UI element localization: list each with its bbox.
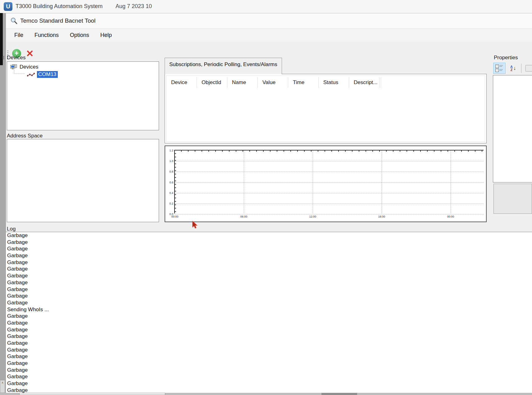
log-entry: Garbage	[6, 320, 532, 326]
properties-toolbar: + + A Z ↓	[493, 62, 532, 74]
chart-ytick-label: 1.0	[169, 159, 173, 163]
chart-hgridline	[175, 204, 484, 204]
log-entry: Garbage	[6, 387, 532, 393]
bottom-desktop-strip	[0, 393, 532, 395]
chart-ytick-label: 0.8	[169, 170, 173, 173]
chart-xtick-label: 00:00	[447, 215, 454, 218]
tab-subscriptions-label: Subscriptions, Periodic Polling, Events/…	[169, 61, 277, 67]
column-header-extra	[380, 77, 381, 88]
chart-ytick-label: 0.4	[169, 191, 173, 195]
address-space-panel	[7, 139, 159, 222]
log-entry: Garbage	[6, 299, 532, 306]
chart-xtick-label: 18:00	[378, 215, 385, 218]
log-panel-label: Log	[7, 226, 16, 232]
log-entry: Garbage	[6, 266, 532, 272]
menubar: FileFunctionsOptionsHelp	[6, 28, 532, 42]
com-port-icon	[27, 72, 35, 77]
log-entry: Garbage	[6, 353, 532, 360]
bottom-window-fragment	[19, 393, 165, 395]
t3000-app-icon: U	[4, 2, 12, 11]
log-entry: Garbage	[6, 373, 532, 380]
categorized-view-button[interactable]: + +	[493, 63, 506, 74]
column-header-name[interactable]: Name	[227, 77, 258, 88]
chart-left-ticks	[175, 150, 176, 213]
tree-connector	[14, 69, 25, 74]
trend-chart-plot: 1.21.00.80.60.40.20.000:0006:0012:0018:0…	[174, 150, 484, 213]
sort-arrow-icon: ↓	[513, 65, 516, 71]
categorized-icon: + +	[495, 65, 503, 72]
outer-window-title: T3000 Building Automation System	[16, 3, 102, 10]
tab-subscriptions[interactable]: Subscriptions, Periodic Polling, Events/…	[165, 58, 282, 74]
log-entry: Garbage	[6, 326, 532, 333]
log-entry: Garbage	[6, 239, 532, 246]
chart-hgridline	[175, 193, 484, 193]
property-pages-button[interactable]	[523, 63, 532, 74]
column-header-device[interactable]: Device	[166, 77, 197, 88]
chart-hgridline	[175, 172, 484, 172]
property-pages-icon	[525, 65, 532, 72]
log-entry: Garbage	[6, 333, 532, 340]
mouse-cursor	[192, 221, 199, 229]
chart-ytick-label: 1.2	[169, 149, 173, 152]
column-header-descript[interactable]: Descript...	[349, 77, 380, 88]
column-header-status[interactable]: Status	[319, 77, 349, 88]
chart-xtick-label: 06:00	[240, 215, 248, 218]
log-panel: GarbageGarbageGarbageGarbageGarbageGarba…	[6, 232, 532, 393]
log-entry: Sending WhoIs ...	[6, 306, 532, 313]
log-entry: Garbage	[6, 293, 532, 299]
background-edge-letter: E	[2, 55, 5, 60]
table-header-row: DeviceObjectIdNameValueTimeStatusDescrip…	[166, 76, 485, 89]
menu-item-help[interactable]: Help	[96, 31, 116, 40]
bacnet-titlebar: Temco Standard Bacnet Tool	[6, 13, 532, 28]
devices-tree-panel: Devices COM13	[7, 61, 159, 130]
column-header-time[interactable]: Time	[288, 77, 319, 88]
log-entry: Garbage	[6, 232, 532, 239]
properties-panel-label: Properties	[494, 55, 518, 61]
chart-vgridline	[244, 150, 244, 213]
address-space-label: Address Space	[7, 133, 43, 139]
trend-chart: 1.21.00.80.60.40.20.000:0006:0012:0018:0…	[165, 146, 487, 222]
background-scrollbar-fragment[interactable]: ∧	[0, 380, 5, 393]
chart-xtick-label: 00:00	[171, 215, 179, 218]
log-entry: Garbage	[6, 380, 532, 387]
chart-vgridline	[313, 150, 313, 213]
subscriptions-table-inner: DeviceObjectIdNameValueTimeStatusDescrip…	[166, 75, 485, 142]
properties-grid	[493, 75, 532, 182]
log-entry: Garbage	[6, 360, 532, 367]
toolbar-separator	[521, 64, 521, 73]
magnifier-icon	[10, 17, 18, 25]
log-entry: Garbage	[6, 245, 532, 252]
devices-tree: Devices COM13	[7, 62, 159, 78]
chart-hgridline	[175, 182, 484, 183]
log-entry: Garbage	[6, 286, 532, 293]
devices-panel-label: Devices	[7, 55, 25, 61]
chart-vgridline	[451, 150, 451, 213]
chart-top-ticks	[175, 150, 484, 152]
menu-item-file[interactable]: File	[10, 31, 28, 40]
log-entry: Garbage	[6, 272, 532, 279]
az-sort-icon: A Z	[510, 65, 513, 71]
log-entry: Garbage	[6, 313, 532, 320]
chart-hgridline	[175, 161, 484, 161]
outer-window-date: Aug 7 2023 10	[116, 3, 152, 10]
chart-ytick-label: 0.2	[169, 202, 173, 205]
tree-node-devices[interactable]: Devices	[10, 63, 159, 71]
log-entry: Garbage	[6, 252, 532, 259]
log-entry: Garbage	[6, 340, 532, 347]
chart-ytick-label: 0.6	[169, 181, 173, 184]
alphabetical-sort-button[interactable]: A Z ↓	[507, 63, 519, 74]
chart-hgridline	[175, 214, 484, 214]
log-entry: Garbage	[6, 279, 532, 286]
tree-node-com13-label: COM13	[37, 71, 58, 78]
outer-titlebar: U T3000 Building Automation System Aug 7…	[0, 0, 532, 13]
tree-node-com13[interactable]: COM13	[27, 71, 159, 78]
column-header-objectid[interactable]: ObjectId	[197, 77, 227, 88]
chart-vgridline	[382, 150, 382, 213]
remove-device-button[interactable]: ✕	[25, 49, 34, 58]
screen: U T3000 Building Automation System Aug 7…	[0, 0, 532, 395]
subscriptions-table: DeviceObjectIdNameValueTimeStatusDescrip…	[165, 74, 487, 143]
menu-item-functions[interactable]: Functions	[30, 31, 63, 40]
menu-item-options[interactable]: Options	[65, 31, 94, 40]
chart-xtick-label: 12:00	[309, 215, 316, 218]
column-header-value[interactable]: Value	[258, 77, 288, 88]
